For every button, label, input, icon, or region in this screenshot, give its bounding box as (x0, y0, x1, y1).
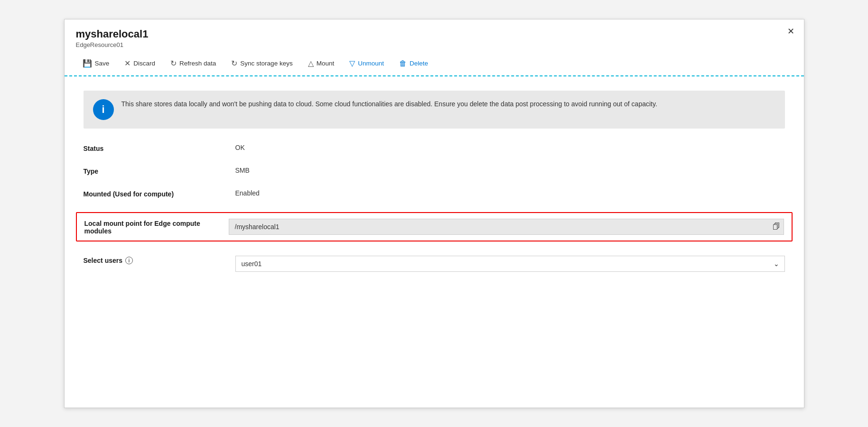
unmount-label: Unmount (358, 60, 384, 67)
delete-label: Delete (410, 60, 428, 67)
discard-icon: ✕ (124, 59, 131, 68)
unmount-icon: ▽ (349, 59, 355, 68)
copy-button[interactable]: 🗍 (773, 223, 780, 231)
select-users-text: Select users (84, 257, 123, 264)
content-area: i This share stores data locally and won… (65, 76, 804, 300)
copy-icon: 🗍 (773, 223, 780, 231)
unmount-button[interactable]: ▽ Unmount (343, 56, 391, 71)
type-value: SMB (235, 167, 250, 174)
mount-point-label: Local mount point for Edge compute modul… (84, 219, 229, 235)
refresh-icon: ↻ (170, 59, 177, 68)
panel-header: mysharelocal1 EdgeResource01 (65, 19, 804, 51)
type-row: Type SMB (84, 167, 785, 175)
refresh-label: Refresh data (179, 60, 216, 67)
select-users-label-wrapper: Select users i (84, 257, 235, 264)
sync-label: Sync storage keys (240, 60, 292, 67)
info-banner-text: This share stores data locally and won't… (121, 99, 657, 109)
save-button[interactable]: 💾 Save (76, 56, 116, 71)
mount-label: Mount (317, 60, 335, 67)
panel-title: mysharelocal1 (76, 28, 793, 40)
mount-icon: △ (308, 59, 314, 68)
mount-point-input-wrapper: 🗍 (229, 219, 784, 235)
discard-label: Discard (133, 60, 155, 67)
select-users-row: Select users i user01 ⌄ (84, 256, 785, 272)
panel-subtitle: EdgeResource01 (76, 41, 793, 48)
status-row: Status OK (84, 144, 785, 152)
save-icon: 💾 (83, 59, 92, 68)
delete-icon: 🗑 (399, 59, 407, 68)
sync-button[interactable]: ↻ Sync storage keys (224, 56, 299, 71)
sync-icon: ↻ (231, 59, 237, 68)
save-label: Save (95, 60, 110, 67)
close-button[interactable]: ✕ (787, 27, 794, 36)
mounted-row: Mounted (Used for compute) Enabled (84, 189, 785, 198)
mount-button[interactable]: △ Mount (301, 56, 341, 71)
select-users-label: Select users i (84, 256, 235, 264)
select-users-info-icon[interactable]: i (125, 257, 133, 264)
mount-point-input[interactable] (229, 219, 784, 235)
mounted-label: Mounted (Used for compute) (84, 189, 235, 198)
info-icon: i (93, 99, 114, 120)
delete-button[interactable]: 🗑 Delete (392, 56, 435, 71)
type-label: Type (84, 167, 235, 175)
user-select-wrapper: user01 ⌄ (235, 256, 785, 272)
status-label: Status (84, 144, 235, 152)
user-select[interactable]: user01 (235, 256, 785, 272)
mount-point-row: Local mount point for Edge compute modul… (76, 212, 793, 241)
mounted-value: Enabled (235, 189, 260, 197)
discard-button[interactable]: ✕ Discard (118, 56, 162, 71)
main-panel: mysharelocal1 EdgeResource01 ✕ 💾 Save ✕ … (64, 19, 804, 408)
toolbar: 💾 Save ✕ Discard ↻ Refresh data ↻ Sync s… (65, 51, 804, 76)
refresh-button[interactable]: ↻ Refresh data (164, 56, 223, 71)
info-banner: i This share stores data locally and won… (84, 91, 785, 129)
status-value: OK (235, 144, 245, 151)
